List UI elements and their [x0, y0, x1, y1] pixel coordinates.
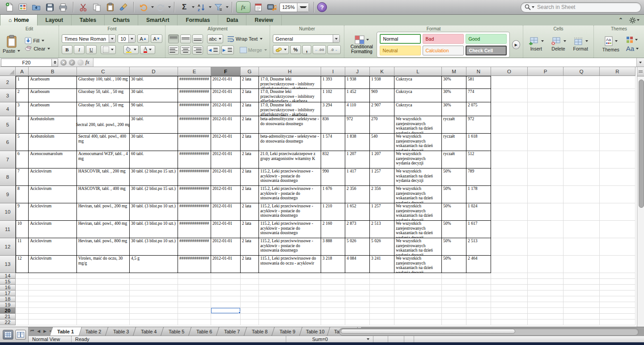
cell-L16[interactable]	[394, 285, 442, 290]
row-header-8[interactable]: 8	[0, 168, 16, 186]
cell-I18[interactable]	[321, 296, 345, 302]
cell-C16[interactable]	[77, 285, 130, 290]
insert-cells-button[interactable]: Insert	[526, 37, 547, 51]
cell-B20[interactable]	[29, 308, 77, 314]
cell-I17[interactable]	[321, 290, 345, 296]
cell-F2[interactable]: 2012-01-01	[211, 76, 241, 89]
cell-J3[interactable]: 1 452	[345, 89, 370, 102]
decrease-indent-button[interactable]: ◀	[207, 46, 220, 55]
cell-B21[interactable]	[29, 314, 77, 320]
cell-G14[interactable]	[241, 273, 259, 279]
cell-H7[interactable]: 21.0, Leki przeciwzakrzepowe z grupy ant…	[259, 151, 321, 168]
sheet-tab-table-6[interactable]: Table 6	[188, 327, 220, 336]
cell-R7[interactable]	[600, 151, 636, 168]
open-folder-icon[interactable]	[30, 1, 42, 13]
cell-C11[interactable]: Heviran, tabl. powl., 400 mg	[77, 221, 130, 238]
cell-E11[interactable]: ##############	[178, 221, 211, 238]
cell-B10[interactable]: Aciclovirum	[29, 203, 77, 221]
cell-H15[interactable]	[259, 279, 321, 285]
redo-icon[interactable]	[155, 1, 166, 13]
row-header-3[interactable]: 3	[0, 89, 16, 102]
cell-G10[interactable]: 2 lata	[241, 203, 259, 221]
cell-B22[interactable]	[29, 320, 77, 325]
cell-D4[interactable]: 90 tabl.	[130, 102, 178, 116]
cell-A11[interactable]: 10	[16, 221, 29, 238]
cell-R12[interactable]	[600, 238, 636, 256]
cell-O6[interactable]	[491, 134, 528, 151]
zoom-control[interactable]: 125%	[280, 3, 309, 12]
cell-C2[interactable]: Glucobay 100, tabl. , 100 mg	[77, 76, 130, 89]
align-bottom-button[interactable]	[192, 34, 203, 43]
cell-K9[interactable]: 2 356	[370, 186, 394, 203]
cell-R4[interactable]	[600, 102, 636, 116]
row-header-12[interactable]: 12	[0, 238, 16, 256]
autosum-icon[interactable]: Σ	[178, 1, 190, 13]
cell-Q17[interactable]	[564, 290, 600, 296]
cell-A5[interactable]: 4	[16, 116, 29, 134]
cell-H22[interactable]	[259, 320, 321, 325]
cell-M15[interactable]	[442, 279, 466, 285]
cell-C3[interactable]: Glucobay 50, tabl. , 50 mg	[77, 89, 130, 102]
cell-D13[interactable]: 4,5 g	[130, 256, 178, 273]
cell-E14[interactable]	[178, 273, 211, 279]
cell-C9[interactable]: HASCOVIR, tabl. , 400 mg	[77, 186, 130, 203]
cell-style-neutral[interactable]: Neutral	[380, 46, 421, 55]
column-header-O[interactable]: O	[491, 67, 528, 76]
cell-P15[interactable]	[528, 279, 564, 285]
sheet-tab-table-7[interactable]: Table 7	[216, 327, 248, 336]
cell-F13[interactable]: 2012-01-01	[211, 256, 241, 273]
cell-F8[interactable]: 2012-01-01	[211, 168, 241, 186]
ribbon-tab-review[interactable]: Review	[246, 15, 281, 25]
cell-C12[interactable]: Heviran, tabl. powl., 800 mg	[77, 238, 130, 256]
cell-G9[interactable]: 2 lata	[241, 186, 259, 203]
cell-P22[interactable]	[528, 320, 564, 325]
cell-B4[interactable]: Acarbosum	[29, 102, 77, 116]
sheet-nav-buttons[interactable]: ⏮ ◀ ▶ ⏭	[30, 328, 53, 333]
cell-O8[interactable]	[491, 168, 528, 186]
theme-fonts-button[interactable]: Aa	[626, 45, 639, 52]
cell-E13[interactable]: ##############	[178, 256, 211, 273]
fill-button[interactable]: Fill	[25, 37, 50, 44]
styles-more-button[interactable]: ▶	[512, 40, 520, 49]
cell-P13[interactable]	[528, 256, 564, 273]
cell-I21[interactable]	[321, 314, 345, 320]
cell-E12[interactable]: ##############	[178, 238, 211, 256]
cell-H2[interactable]: 17.0, Doustne leki przeciwcukrzycowe - i…	[259, 76, 321, 89]
cell-M8[interactable]: 50%	[442, 168, 466, 186]
cell-G22[interactable]	[241, 320, 259, 325]
cell-C19[interactable]	[77, 302, 130, 308]
cell-M20[interactable]	[442, 308, 466, 314]
cell-A9[interactable]: 8	[16, 186, 29, 203]
cell-I10[interactable]: 1 210	[321, 203, 345, 221]
column-header-H[interactable]: H	[259, 67, 321, 76]
cell-K4[interactable]: 2 907	[370, 102, 394, 116]
cell-C20[interactable]	[77, 308, 130, 314]
zoom-dropdown[interactable]	[297, 3, 309, 12]
sheet-tab-table-5[interactable]: Table 5	[161, 327, 193, 336]
cell-A13[interactable]: 12	[16, 256, 29, 273]
format-painter-icon[interactable]	[118, 1, 129, 13]
cell-R18[interactable]	[600, 296, 636, 302]
cell-A12[interactable]: 11	[16, 238, 29, 256]
cell-N20[interactable]	[466, 308, 491, 314]
template-gallery-icon[interactable]	[17, 1, 29, 13]
sum-dropdown[interactable]	[367, 338, 369, 340]
cell-D6[interactable]: 30 tabl.	[130, 134, 178, 151]
cell-style-bad[interactable]: Bad	[423, 34, 464, 44]
undo-dropdown[interactable]	[151, 6, 154, 8]
cell-K13[interactable]: 3 241	[370, 256, 394, 273]
row-header-4[interactable]: 4	[0, 102, 16, 116]
cell-Q9[interactable]	[564, 186, 600, 203]
number-format-select[interactable]: General	[273, 34, 340, 43]
cell-B7[interactable]: Acenocoumarolum	[29, 151, 77, 168]
cell-M4[interactable]: 30%	[442, 102, 466, 116]
row-header-17[interactable]: 17	[0, 290, 16, 296]
bold-button[interactable]: B	[62, 45, 72, 54]
help-icon[interactable]: ?	[317, 2, 327, 12]
cell-D15[interactable]	[130, 279, 178, 285]
cell-R10[interactable]	[600, 203, 636, 221]
cell-O7[interactable]	[491, 151, 528, 168]
cell-E22[interactable]	[178, 320, 211, 325]
cell-E9[interactable]: ##############	[178, 186, 211, 203]
cell-J10[interactable]: 1 652	[345, 203, 370, 221]
